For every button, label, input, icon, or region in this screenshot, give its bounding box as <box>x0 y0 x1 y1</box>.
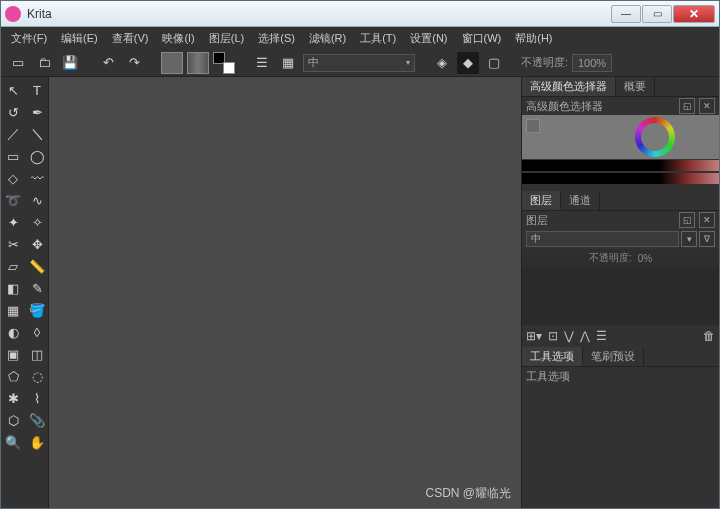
move-down-icon[interactable]: ⋁ <box>564 329 574 343</box>
layer-filter-icon[interactable]: ∇ <box>699 231 715 247</box>
polyline-tool-icon[interactable]: 〰 <box>25 167 49 189</box>
move-tool-icon[interactable]: ↖ <box>1 79 25 101</box>
rect-tool-icon[interactable]: ▭ <box>1 145 25 167</box>
new-icon[interactable]: ▭ <box>7 52 29 74</box>
menu-view[interactable]: 查看(V) <box>106 29 155 48</box>
layer-docker-header: 图层 ◱ ✕ <box>522 211 719 229</box>
open-icon[interactable]: 🗀 <box>33 52 55 74</box>
close-layer-docker-icon[interactable]: ✕ <box>699 212 715 228</box>
dyna-brush-icon[interactable]: ✦ <box>1 211 25 233</box>
brush-preset-1[interactable] <box>161 52 183 74</box>
fill-tool-icon[interactable]: 🪣 <box>25 299 49 321</box>
menu-settings[interactable]: 设置(N) <box>404 29 453 48</box>
color-swatch[interactable] <box>213 52 235 74</box>
advanced-color-selector[interactable] <box>522 115 719 159</box>
layer-properties-icon[interactable]: ☰ <box>596 329 607 343</box>
tab-brush-presets[interactable]: 笔刷预设 <box>583 347 644 366</box>
select-outline-icon[interactable]: ◌ <box>25 365 49 387</box>
color-history[interactable] <box>522 159 719 185</box>
toolbox: ↖ T ↺ ✒ ／ ＼ ▭ ◯ ◇ 〰 ➰ ∿ ✦ ✧ ✂ ✥ ▱ 📏 ◧ ✎ … <box>1 77 49 508</box>
tab-channels[interactable]: 通道 <box>561 191 600 210</box>
window-controls: — ▭ ✕ <box>611 5 715 23</box>
select-similar-icon[interactable]: ◫ <box>25 343 49 365</box>
smart-fill-icon[interactable]: ◐ <box>1 321 25 343</box>
layer-opacity-slider[interactable]: 不透明度: 0% <box>522 249 719 267</box>
select-rect-icon[interactable]: ▣ <box>1 343 25 365</box>
brush-preset-2[interactable] <box>187 52 209 74</box>
brush-settings-icon[interactable]: ☰ <box>251 52 273 74</box>
freehand-path-icon[interactable]: ∿ <box>25 189 49 211</box>
color-wheel[interactable] <box>635 117 675 157</box>
mirror-y-icon[interactable]: ◆ <box>457 52 479 74</box>
pattern-icon[interactable]: ▦ <box>277 52 299 74</box>
color-strip-1[interactable] <box>522 159 719 172</box>
opacity-value[interactable]: 100% <box>572 54 612 72</box>
blend-mode-combo[interactable]: 中▾ <box>303 54 415 72</box>
menu-window[interactable]: 窗口(W) <box>456 29 508 48</box>
pan-tool-icon[interactable]: ✋ <box>25 431 49 453</box>
tool-docker-tabs: 工具选项 笔刷预设 <box>522 347 719 367</box>
delete-layer-icon[interactable]: 🗑 <box>703 329 715 343</box>
color-picker-icon[interactable]: ✎ <box>25 277 49 299</box>
zoom-tool-icon[interactable]: 🔍 <box>1 431 25 453</box>
select-magnetic-icon[interactable]: ⬡ <box>1 409 25 431</box>
float-layer-docker-icon[interactable]: ◱ <box>679 212 695 228</box>
layer-opacity-value: 0% <box>638 253 652 264</box>
reference-icon[interactable]: 📎 <box>25 409 49 431</box>
menu-image[interactable]: 映像(I) <box>156 29 200 48</box>
assistant-tool-icon[interactable]: ◊ <box>25 321 49 343</box>
tab-tool-options[interactable]: 工具选项 <box>522 347 583 366</box>
layer-docker-tabs: 图层 通道 <box>522 191 719 211</box>
select-contig-icon[interactable]: ✱ <box>1 387 25 409</box>
crop-tool-icon[interactable]: ✂ <box>1 233 25 255</box>
line-tool-icon[interactable]: ＼ <box>25 123 49 145</box>
multibrush-icon[interactable]: ✧ <box>25 211 49 233</box>
close-button[interactable]: ✕ <box>673 5 715 23</box>
opacity-control: 不透明度: 100% <box>521 54 612 72</box>
menu-tools[interactable]: 工具(T) <box>354 29 402 48</box>
layer-list[interactable] <box>522 267 719 325</box>
wrap-icon[interactable]: ▢ <box>483 52 505 74</box>
tab-adv-color[interactable]: 高级颜色选择器 <box>522 77 616 96</box>
measure-tool-icon[interactable]: 📏 <box>25 255 49 277</box>
color-strip-2[interactable] <box>522 172 719 185</box>
gradient-tool-icon[interactable]: ◧ <box>1 277 25 299</box>
transform-tool-icon[interactable]: ✥ <box>25 233 49 255</box>
edit-shape-icon[interactable]: ↺ <box>1 101 25 123</box>
layer-blend-combo[interactable]: 中 <box>526 231 679 247</box>
canvas-area[interactable]: CSDN @耀临光 <box>49 77 521 508</box>
pattern-edit-icon[interactable]: ▦ <box>1 299 25 321</box>
select-bezier-icon[interactable]: ⌇ <box>25 387 49 409</box>
menu-layer[interactable]: 图层(L) <box>203 29 250 48</box>
menu-edit[interactable]: 编辑(E) <box>55 29 104 48</box>
add-layer-icon[interactable]: ⊞▾ <box>526 329 542 343</box>
calligraphy-icon[interactable]: ✒ <box>25 101 49 123</box>
redo-icon[interactable]: ↷ <box>123 52 145 74</box>
polygon-tool-icon[interactable]: ◇ <box>1 167 25 189</box>
float-docker-icon[interactable]: ◱ <box>679 98 695 114</box>
maximize-button[interactable]: ▭ <box>642 5 672 23</box>
menu-file[interactable]: 文件(F) <box>5 29 53 48</box>
color-config-icon[interactable] <box>526 119 540 133</box>
save-icon[interactable]: 💾 <box>59 52 81 74</box>
bezier-tool-icon[interactable]: ➰ <box>1 189 25 211</box>
text-tool-icon[interactable]: T <box>25 79 49 101</box>
menu-help[interactable]: 帮助(H) <box>509 29 558 48</box>
duplicate-layer-icon[interactable]: ⊡ <box>548 329 558 343</box>
perspective-tool-icon[interactable]: ▱ <box>1 255 25 277</box>
menu-select[interactable]: 选择(S) <box>252 29 301 48</box>
menu-filter[interactable]: 滤镜(R) <box>303 29 352 48</box>
minimize-button[interactable]: — <box>611 5 641 23</box>
brush-tool-icon[interactable]: ／ <box>1 123 25 145</box>
close-docker-icon[interactable]: ✕ <box>699 98 715 114</box>
undo-icon[interactable]: ↶ <box>97 52 119 74</box>
ellipse-tool-icon[interactable]: ◯ <box>25 145 49 167</box>
tab-layers[interactable]: 图层 <box>522 191 561 210</box>
select-poly-icon[interactable]: ⬠ <box>1 365 25 387</box>
color-selector-title: 高级颜色选择器 <box>526 99 603 114</box>
mirror-x-icon[interactable]: ◈ <box>431 52 453 74</box>
move-up-icon[interactable]: ⋀ <box>580 329 590 343</box>
tab-overview[interactable]: 概要 <box>616 77 655 96</box>
color-selector-header: 高级颜色选择器 ◱ ✕ <box>522 97 719 115</box>
layer-blend-fav-icon[interactable]: ▾ <box>681 231 697 247</box>
